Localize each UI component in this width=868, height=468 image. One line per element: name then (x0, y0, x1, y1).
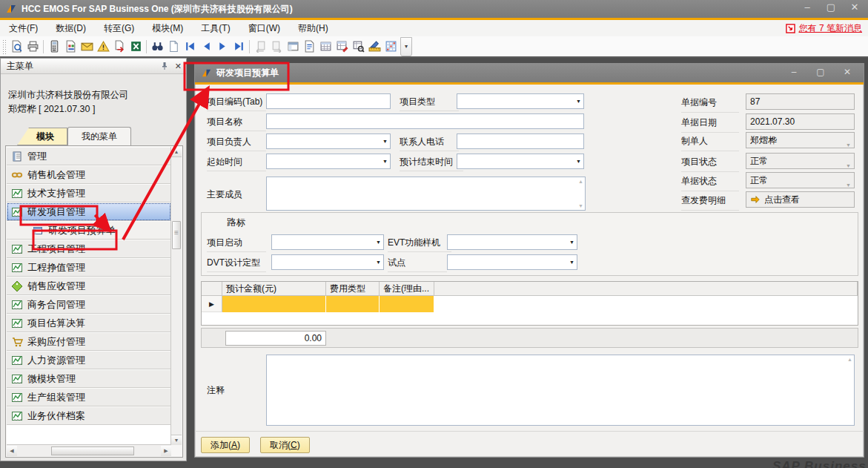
type-cell[interactable] (326, 296, 380, 312)
horizontal-scroll-thumb[interactable] (51, 446, 134, 455)
vertical-scrollbar[interactable]: ▲ ▼ (170, 147, 182, 445)
scroll-left-icon[interactable]: ◀ (7, 446, 17, 456)
vertical-scroll-thumb[interactable] (172, 221, 181, 249)
pin-icon[interactable] (160, 62, 169, 70)
new-messages-link[interactable]: 您有 7 笔新消息 (786, 22, 862, 35)
query-wizard-icon[interactable] (350, 39, 366, 55)
menu-item-6[interactable]: 帮助(H) (289, 20, 337, 37)
warning-icon[interactable] (95, 39, 111, 55)
sidebar-item-3[interactable]: 研发项目管理 (7, 202, 171, 221)
cancel-button[interactable]: 取消(C) (260, 437, 310, 453)
tab-modules[interactable]: 模块 (17, 128, 67, 145)
mail-icon[interactable] (79, 39, 95, 55)
table-query-icon[interactable] (334, 39, 350, 55)
doc-minimize-button[interactable]: – (788, 67, 800, 77)
scroll-right-icon[interactable]: ▶ (161, 446, 171, 456)
sidebar-item-5[interactable]: 工程项目管理 (7, 240, 171, 258)
contact-phone-input[interactable] (457, 134, 584, 149)
start-time-dropdown[interactable]: ▼ (266, 154, 391, 169)
table-icon[interactable] (317, 39, 334, 55)
total-amount-field[interactable]: 0.00 (225, 331, 326, 346)
menu-item-3[interactable]: 模块(M) (143, 20, 192, 37)
sidebar-item-label: 生产组装管理 (27, 391, 85, 404)
previous-record-icon[interactable] (198, 39, 214, 55)
project-name-input[interactable] (266, 113, 584, 129)
sidebar-item-6[interactable]: 工程挣值管理 (7, 258, 171, 277)
sidebar-item-9[interactable]: 项目估算决算 (7, 314, 171, 332)
column-header-amount[interactable]: 预计金额(元) (222, 282, 326, 296)
note-cell[interactable] (380, 296, 434, 312)
report-icon[interactable] (62, 39, 79, 55)
calculator-icon[interactable] (46, 39, 62, 55)
remarks-textarea[interactable]: ▲ (266, 355, 855, 426)
new-messages-text[interactable]: 您有 7 笔新消息 (799, 22, 862, 35)
tab-my-menu[interactable]: 我的菜单 (67, 127, 131, 145)
sidebar-item-8[interactable]: 商务合同管理 (7, 295, 171, 314)
print-preview-icon[interactable] (8, 39, 24, 55)
sidebar-item-label: 研发项目管理 (27, 205, 85, 219)
dvt-design-dropdown[interactable]: ▼ (271, 254, 384, 270)
project-start-dropdown[interactable]: ▼ (271, 234, 384, 250)
doc-maximize-button[interactable]: ▢ (815, 67, 826, 77)
horizontal-scrollbar[interactable]: ◀ ▶ (7, 444, 171, 456)
excel-icon[interactable] (127, 39, 144, 55)
scroll-down-icon[interactable]: ▼ (171, 435, 182, 445)
evt-prototype-dropdown[interactable]: ▼ (447, 234, 577, 250)
main-members-textarea[interactable]: ▲▼ (266, 177, 586, 211)
next-record-icon[interactable] (214, 39, 231, 55)
print-icon[interactable] (24, 39, 41, 55)
document-lines-icon[interactable] (301, 39, 317, 55)
project-type-dropdown[interactable]: ▼ (457, 93, 584, 109)
sidebar-item-4[interactable]: 研发项目预算单 (7, 221, 171, 240)
app-maximize-button[interactable]: ▢ (825, 1, 837, 13)
amount-cell[interactable] (222, 296, 326, 312)
doc-close-button[interactable]: ✕ (841, 67, 853, 77)
app-close-button[interactable]: ✕ (849, 1, 861, 13)
panel-close-icon[interactable]: ✕ (175, 62, 182, 71)
sidebar-item-11[interactable]: 人力资源管理 (7, 351, 171, 369)
pilot-dropdown[interactable]: ▼ (447, 254, 577, 270)
view-fee-detail-text[interactable]: 点击查看 (764, 194, 800, 206)
navigate-back-icon[interactable] (252, 39, 268, 55)
sidebar-item-7[interactable]: 销售应收管理 (7, 277, 171, 295)
doc-status-field[interactable]: 正常▼ (746, 172, 855, 188)
menu-item-4[interactable]: 工具(T) (192, 20, 239, 37)
toolbar-grip[interactable] (2, 39, 6, 54)
export-icon[interactable] (111, 39, 127, 55)
first-record-icon[interactable] (182, 39, 198, 55)
sidebar-item-0[interactable]: 管理 (7, 147, 171, 165)
sidebar-item-label: 项目估算决算 (27, 317, 85, 330)
pencil-ruler-icon[interactable] (366, 39, 382, 55)
scroll-up-icon[interactable]: ▲ (171, 147, 182, 157)
project-code-input[interactable] (266, 93, 391, 109)
column-header-note[interactable]: 备注(理由... (380, 282, 434, 296)
document-title: 研发项目预算单 (216, 67, 279, 79)
form-window-icon[interactable] (285, 39, 301, 55)
view-fee-detail-link[interactable]: 点击查看 (746, 191, 855, 208)
expected-end-dropdown[interactable]: ▼ (457, 154, 584, 169)
app-minimize-button[interactable]: – (801, 1, 813, 13)
add-button[interactable]: 添加(A) (201, 437, 250, 453)
menu-item-1[interactable]: 数据(D) (47, 20, 95, 37)
last-record-icon[interactable] (231, 39, 247, 55)
menu-item-5[interactable]: 窗口(W) (239, 20, 289, 37)
sidebar-item-10[interactable]: 采购应付管理 (7, 332, 171, 351)
find-icon[interactable] (149, 39, 165, 55)
project-status-field[interactable]: 正常▼ (746, 153, 855, 169)
sidebar-item-1[interactable]: 销售机会管理 (7, 165, 171, 184)
new-document-icon[interactable] (165, 39, 182, 55)
sidebar-item-12[interactable]: 微模块管理 (7, 369, 171, 388)
menu-item-2[interactable]: 转至(G) (95, 20, 143, 37)
row-selector-arrow-icon[interactable]: ▶ (202, 296, 222, 312)
toolbar-overflow-button[interactable]: ▾ (400, 37, 412, 56)
column-header-type[interactable]: 费用类型 (326, 282, 380, 296)
roadmap-title: 路标 (227, 217, 245, 229)
project-manager-dropdown[interactable]: ▼ (266, 134, 391, 149)
sidebar-item-2[interactable]: 技术支持管理 (7, 184, 171, 202)
grid-calendar-icon[interactable] (382, 39, 399, 55)
menu-item-0[interactable]: 文件(F) (0, 20, 47, 37)
navigate-forward-icon[interactable] (268, 39, 285, 55)
sidebar-item-14[interactable]: 业务伙伴档案 (7, 406, 171, 425)
creator-field[interactable]: 郑熠桦▼ (746, 132, 855, 148)
sidebar-item-13[interactable]: 生产组装管理 (7, 388, 171, 406)
